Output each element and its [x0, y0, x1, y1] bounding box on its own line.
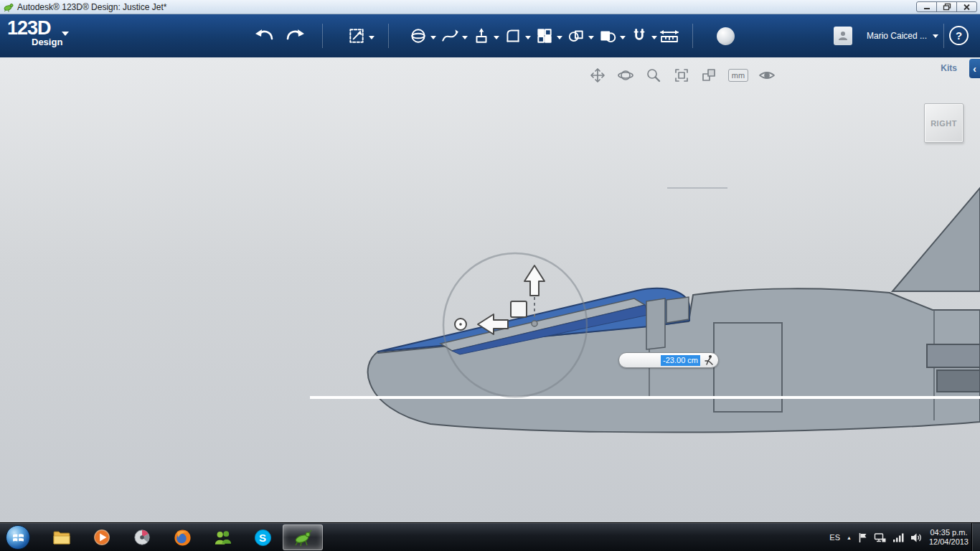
- redo-icon: [284, 27, 306, 45]
- tail-fin[interactable]: [892, 188, 980, 291]
- chevron-left-icon: ‹: [973, 63, 976, 75]
- gizmo-arrow-up[interactable]: [524, 265, 545, 296]
- view-settings-button[interactable]: [700, 66, 719, 85]
- dimension-value-input[interactable]: -23.00 cm: [661, 355, 700, 366]
- help-label: ?: [956, 29, 962, 42]
- zoom-button[interactable]: [644, 66, 663, 85]
- units-button[interactable]: mm: [728, 69, 748, 82]
- orbit-button[interactable]: [616, 66, 635, 85]
- app-menu-caret-icon[interactable]: [62, 32, 69, 36]
- close-button[interactable]: [956, 1, 977, 12]
- measure-tool-button[interactable]: [657, 24, 682, 48]
- dropdown-caret-icon[interactable]: [651, 36, 657, 39]
- help-button[interactable]: ?: [949, 26, 969, 45]
- user-menu-caret-icon[interactable]: [933, 34, 938, 38]
- toolbar-separator: [943, 24, 944, 48]
- eye-icon: [758, 69, 776, 82]
- engine-nozzle-lower[interactable]: [937, 370, 980, 392]
- taskbar-gauge-app-button[interactable]: [122, 523, 162, 551]
- fit-view-icon: [674, 67, 689, 83]
- redo-button[interactable]: [283, 24, 307, 48]
- pan-button[interactable]: [588, 66, 607, 85]
- gizmo-square-handle[interactable]: [511, 301, 527, 317]
- windows-taskbar: S ES ▲: [0, 522, 980, 551]
- grouping-icon: [567, 27, 585, 45]
- primitives-tool-button[interactable]: [406, 24, 430, 48]
- material-render-ball-button[interactable]: [717, 27, 735, 45]
- viewcube-right-face[interactable]: RIGHT: [924, 103, 963, 143]
- hidden-icons-button[interactable]: ▲: [847, 535, 852, 540]
- viewport-canvas[interactable]: mm Kits ‹ RIGHT -23.00 cm: [0, 57, 980, 522]
- skype-letter: S: [259, 532, 266, 543]
- kits-panel-collapse-tab[interactable]: ‹: [969, 59, 980, 78]
- orbit-icon: [618, 67, 633, 83]
- dropdown-caret-icon[interactable]: [620, 36, 626, 39]
- clock[interactable]: 04:35 p.m. 12/04/2013: [929, 528, 969, 547]
- taskbar-explorer-button[interactable]: [42, 523, 82, 551]
- fit-view-button[interactable]: [672, 66, 691, 85]
- gizmo-anchor-dot[interactable]: [532, 321, 537, 326]
- taskbar-skype-button[interactable]: S: [242, 523, 283, 551]
- minimize-button[interactable]: [916, 1, 937, 12]
- volume-icon[interactable]: [910, 532, 923, 543]
- combine-boolean-icon: [598, 27, 617, 45]
- minimize-icon: [923, 4, 931, 11]
- taskbar-pinned-apps: S: [42, 523, 323, 551]
- jet-model-view: [0, 57, 980, 522]
- taskbar-media-player-button[interactable]: [82, 523, 122, 551]
- dropdown-caret-icon[interactable]: [525, 36, 531, 39]
- pattern-tool-button[interactable]: [532, 24, 557, 48]
- transform-icon: [347, 27, 366, 45]
- action-center-flag-icon[interactable]: [858, 532, 867, 543]
- transform-tool-button[interactable]: [344, 24, 369, 48]
- modify-tool-button[interactable]: [501, 24, 525, 48]
- user-avatar[interactable]: [834, 27, 852, 45]
- window-controls: [917, 1, 977, 12]
- undo-icon: [254, 27, 275, 45]
- taskbar-123d-design-button-active[interactable]: [283, 524, 323, 550]
- restore-button[interactable]: [936, 1, 957, 12]
- grasshopper-app-icon: [293, 528, 313, 547]
- sketch-spline-icon: [440, 27, 459, 45]
- rear-bulkhead[interactable]: [646, 298, 665, 349]
- taskbar-firefox-button[interactable]: [162, 523, 202, 551]
- app-menu-123d[interactable]: 123D Design: [7, 18, 62, 47]
- visibility-button[interactable]: [758, 66, 776, 85]
- undo-button[interactable]: [253, 24, 277, 48]
- network-icon[interactable]: [874, 532, 886, 543]
- grouping-tool-button[interactable]: [564, 24, 588, 48]
- logo-design: Design: [32, 38, 62, 47]
- engine-nozzle-upper[interactable]: [927, 344, 980, 367]
- folder-icon: [52, 528, 72, 547]
- show-desktop-button[interactable]: [971, 523, 980, 551]
- navigation-toolbar: mm: [588, 66, 776, 85]
- dropdown-caret-icon[interactable]: [462, 36, 468, 39]
- combine-tool-button[interactable]: [595, 24, 620, 48]
- user-name[interactable]: Mario Caiced ...: [867, 31, 927, 41]
- signal-strength-icon[interactable]: [892, 532, 904, 542]
- snap-tool-button[interactable]: [627, 24, 651, 48]
- dropdown-caret-icon[interactable]: [588, 36, 594, 39]
- person-icon: [837, 30, 849, 42]
- kits-panel-label[interactable]: Kits: [941, 63, 957, 73]
- dropdown-caret-icon[interactable]: [430, 36, 436, 39]
- windows-flag-icon: [12, 533, 24, 542]
- dropdown-caret-icon[interactable]: [494, 36, 499, 39]
- modify-fillet-icon: [504, 27, 522, 45]
- snap-magnet-icon: [630, 27, 649, 45]
- dropdown-caret-icon[interactable]: [557, 36, 562, 39]
- gizmo-circle-handle-dot: [459, 323, 462, 326]
- language-indicator[interactable]: ES: [829, 533, 840, 542]
- sketch-tool-button[interactable]: [438, 24, 462, 48]
- start-button[interactable]: [6, 525, 30, 550]
- construct-tool-button[interactable]: [469, 24, 494, 48]
- window-title: Autodesk® 123D® Design: Justice Jet*: [17, 2, 166, 12]
- pan-icon: [590, 67, 606, 83]
- dimension-options-icon[interactable]: [704, 354, 714, 366]
- dropdown-caret-icon[interactable]: [369, 36, 374, 39]
- restore-icon: [943, 3, 951, 11]
- taskbar-messenger-button[interactable]: [202, 523, 242, 551]
- canopy-rear-deck[interactable]: [666, 297, 689, 323]
- desktop-screen: Autodesk® 123D® Design: Justice Jet* 1: [0, 0, 980, 551]
- construct-extrude-icon: [472, 27, 491, 45]
